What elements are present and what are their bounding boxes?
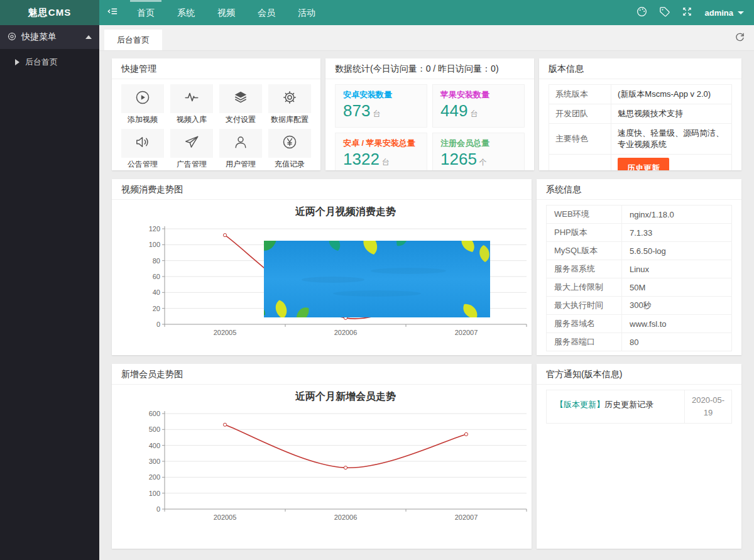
table-row: 系统版本(新版本Mscms-App v 2.0) (549, 85, 732, 104)
navbar-right-tools: admina (630, 0, 754, 25)
quick-button-label: 视频入库 (170, 115, 213, 124)
refresh-button[interactable] (733, 31, 746, 45)
svg-text:20: 20 (153, 305, 160, 312)
top-navbar: 魅思CMS 首页 系统 视频 会员 活动 admina (0, 0, 754, 25)
quick-button-announcements[interactable]: 公告管理 (121, 129, 164, 168)
svg-text:100: 100 (149, 241, 160, 248)
notice-list-item[interactable]: 【版本更新】历史更新记录 2020-05-19 (546, 390, 732, 424)
panel-title: 数据统计(今日访问量：0 / 昨日访问量：0) (325, 58, 534, 79)
table-row: 服务器系统Linux (547, 260, 732, 278)
table-row: 服务器端口80 (547, 333, 732, 351)
table-row: WEB环境nginx/1.18.0 (547, 206, 732, 224)
user-icon (232, 134, 249, 153)
sidebar-group-quick-menu[interactable]: 快捷菜单 (0, 25, 99, 49)
chevron-down-icon (738, 11, 744, 14)
quick-button-label: 数据库配置 (268, 115, 311, 124)
layers-icon (232, 89, 249, 108)
panel-title: 版本信息 (539, 58, 741, 79)
svg-text:600: 600 (149, 410, 160, 417)
fullscreen-button[interactable] (675, 0, 698, 25)
stat-value: 873 (343, 101, 370, 120)
version-info-panel: 版本信息 系统版本(新版本Mscms-App v 2.0) 开发团队魅思视频技术… (539, 58, 741, 170)
quick-button-label: 广告管理 (170, 160, 213, 168)
svg-text:80: 80 (153, 257, 160, 265)
speaker-icon (134, 134, 151, 153)
table-row: 获取渠道 历史更新 客服获取 (549, 155, 732, 171)
notice-text: 历史更新记录 (604, 400, 653, 409)
theme-button[interactable] (630, 0, 653, 25)
stat-value: 449 (440, 101, 467, 120)
stat-unit: 台 (373, 109, 380, 118)
svg-text:202006: 202006 (334, 513, 358, 521)
table-row: 开发团队魅思视频技术支持 (549, 104, 732, 124)
video-consume-chart-panel: 视频消费走势图 近两个月视频消费走势 020406080100120202005… (112, 179, 532, 355)
panel-title: 视频消费走势图 (112, 179, 532, 200)
history-update-button[interactable]: 历史更新 (618, 158, 669, 170)
svg-text:0: 0 (156, 505, 160, 513)
collapse-sidebar-button[interactable] (99, 0, 126, 25)
svg-text:202005: 202005 (214, 329, 237, 336)
main-area: 后台首页 快捷管理 添加视频 视频 (99, 25, 754, 560)
gear-icon (281, 89, 298, 108)
nav-item-home[interactable]: 首页 (126, 0, 166, 25)
sidebar-group-label: 快捷菜单 (21, 31, 57, 43)
svg-text:400: 400 (149, 442, 160, 449)
triangle-right-icon (15, 59, 19, 65)
quick-button-database-config[interactable]: 数据库配置 (268, 84, 311, 124)
quick-button-users[interactable]: 用户管理 (219, 129, 262, 168)
quick-button-video-import[interactable]: 视频入库 (170, 84, 213, 124)
new-members-chart-panel: 新增会员走势图 近两个月新增会员走势 010020030040050060020… (112, 364, 532, 549)
svg-text:100: 100 (149, 490, 160, 497)
quick-button-add-video[interactable]: 添加视频 (121, 84, 164, 124)
refresh-icon (735, 31, 745, 45)
notice-date: 2020-05-19 (684, 390, 731, 423)
features-value: 速度快、轻量级、源码简洁、专业视频系统 (611, 124, 732, 155)
promo-image-overlay[interactable] (264, 241, 490, 317)
stat-card-total-installs: 安卓 / 苹果安装总量 1322台 (335, 133, 427, 170)
nav-item-system[interactable]: 系统 (166, 0, 206, 25)
table-row: 服务器域名www.fsl.to (547, 315, 732, 333)
system-info-panel: 系统信息 WEB环境nginx/1.18.0 PHP版本7.1.33 MySQL… (537, 179, 741, 355)
quick-button-payment-settings[interactable]: 支付设置 (219, 84, 262, 124)
sidebar-item-label: 后台首页 (25, 57, 58, 68)
svg-text:300: 300 (149, 458, 160, 465)
gear-circle-icon (8, 32, 16, 43)
tab-bar: 后台首页 (99, 25, 754, 51)
dev-team-value: 魅思视频技术支持 (611, 104, 732, 124)
stat-card-ios-installs: 苹果安装数量 449台 (432, 84, 525, 128)
nav-item-activity[interactable]: 活动 (287, 0, 327, 25)
quick-button-label: 公告管理 (121, 160, 164, 168)
new-members-line-chart: 0100200300400500600202005202006202007 (124, 409, 532, 522)
table-row: 最大执行时间300秒 (547, 297, 732, 315)
stat-unit: 台 (470, 109, 478, 118)
table-row: PHP版本7.1.33 (547, 224, 732, 242)
paper-plane-icon (183, 134, 200, 153)
statistics-panel: 数据统计(今日访问量：0 / 昨日访问量：0) 安卓安装数量 873台 苹果安装… (325, 58, 534, 170)
user-menu[interactable]: admina (704, 8, 744, 18)
quick-button-recharge-records[interactable]: 充值记录 (268, 129, 311, 168)
panel-title: 官方通知(版本信息) (537, 364, 741, 385)
svg-text:500: 500 (149, 425, 160, 433)
nav-item-member[interactable]: 会员 (246, 0, 287, 25)
quick-button-ads[interactable]: 广告管理 (170, 129, 213, 168)
tab-dashboard[interactable]: 后台首页 (104, 30, 162, 50)
svg-text:40: 40 (153, 288, 160, 296)
decorative-leaves (264, 241, 490, 317)
table-row: 主要特色速度快、轻量级、源码简洁、专业视频系统 (549, 124, 732, 155)
system-version-value: (新版本Mscms-App v 2.0) (611, 85, 732, 104)
quick-manage-panel: 快捷管理 添加视频 视频入库 支付设置 (112, 58, 320, 170)
svg-text:202007: 202007 (455, 329, 478, 336)
panel-title: 快捷管理 (112, 58, 320, 79)
stat-card-registered-members: 注册会员总量 1265个 (432, 133, 525, 170)
sidebar-item-dashboard[interactable]: 后台首页 (0, 49, 99, 75)
table-row: 最大上传限制50M (547, 278, 732, 297)
svg-text:202005: 202005 (214, 513, 237, 521)
pulse-icon (183, 89, 200, 108)
tag-tool-button[interactable] (653, 0, 675, 25)
username: admina (704, 8, 733, 18)
chart-title: 近两个月新增会员走势 (165, 390, 527, 404)
palette-icon (636, 6, 648, 20)
nav-item-video[interactable]: 视频 (206, 0, 246, 25)
stat-unit: 台 (382, 158, 390, 167)
app-logo: 魅思CMS (0, 0, 99, 25)
